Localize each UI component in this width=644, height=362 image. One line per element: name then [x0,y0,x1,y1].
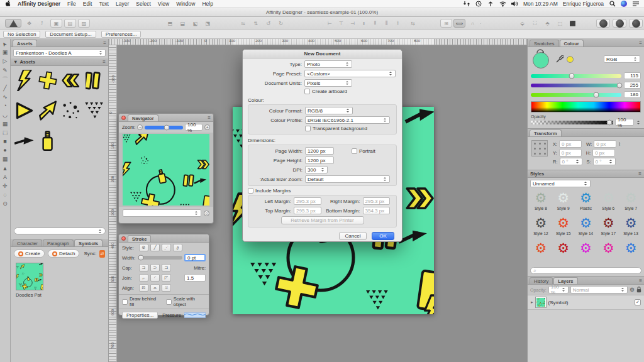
opacity-value-field[interactable]: 100 % [615,119,634,126]
zoom-in-button[interactable]: + [204,124,210,130]
horizontal-ruler[interactable]: -300-200 -1000 100200 300400 500600 7008… [109,39,527,45]
navigator-view-select[interactable] [123,209,201,217]
distribute-v-button[interactable]: ⇆ [408,19,418,28]
align-centre-button[interactable]: ⊡ [139,284,148,292]
left-margin-field[interactable]: 295.3 px [294,197,321,205]
tab-symbols[interactable]: Symbols [74,239,103,246]
transparent-background-checkbox[interactable] [305,126,311,131]
panel-menu-icon[interactable]: ≡ [639,40,642,46]
rounded-rect-tool-icon[interactable]: ▦ [3,156,8,163]
draw-persona-button[interactable] [5,19,21,28]
asset-lightning[interactable] [13,70,36,91]
tab-paragraph[interactable]: Paragraph [43,239,74,246]
fill-tool-icon[interactable]: ◔ [3,103,6,109]
pressure-profile-widget[interactable] [184,312,206,319]
styles-preset-select[interactable]: Unnamed [530,180,591,187]
red-value-field[interactable]: 115 [624,72,641,79]
brush-tool-icon[interactable]: ∿ [3,94,8,101]
transparency-tool-icon[interactable]: ◡ [3,112,8,119]
triangle-tool-icon[interactable]: ▲ [3,166,8,172]
order-back-button[interactable]: ⬔ [203,19,213,28]
stroke-properties-button[interactable]: Properties... [122,312,158,319]
green-value-field[interactable]: 255 [624,82,641,89]
blend-mode-select[interactable]: Normal [570,286,628,293]
style-item[interactable]: ⚙Style 15 [552,216,575,239]
panel-menu-icon[interactable]: ≡ [208,115,211,121]
link-dimensions-icon[interactable]: ⌇ [618,141,621,147]
style-item[interactable]: ⚙Style 6 [597,190,619,214]
share-button[interactable]: ⤴ [36,19,47,28]
rotate-cw-button[interactable]: ↻ [275,19,286,28]
cap-round-button[interactable]: ⊃ [150,264,160,272]
asset-arrow-up-right[interactable] [36,100,60,121]
pencil-tool-icon[interactable]: ╱ [3,85,6,92]
assets-search-input[interactable] [14,228,106,234]
draw-behind-checkbox[interactable] [122,299,128,305]
snap-grid-button[interactable]: ⊞ [440,19,452,28]
order-backward-button[interactable]: ⬕ [190,19,201,28]
place-image-tool-icon[interactable]: ▦ [3,121,8,128]
align-middle-button[interactable]: ⫴ [370,19,380,28]
order-front-button[interactable]: ⬒ [165,19,175,28]
blue-slider[interactable] [531,93,621,97]
style-item[interactable]: ⚙Plastic [575,190,597,214]
document-units-select[interactable]: Pixels [304,79,352,87]
crop-tool-icon[interactable]: ⬚ [3,130,8,136]
style-item[interactable]: ⚙ [619,241,642,265]
panel-menu-icon[interactable]: ≡ [103,40,106,46]
asset-triangles[interactable] [82,100,106,121]
window-title-bar[interactable]: Affinity Designer - seamless-example-01 … [0,8,644,17]
align-inside-button[interactable]: ⌯ [150,284,160,292]
stroke-none-button[interactable]: ⊘ [139,244,148,251]
join-round-button[interactable]: ◜ [150,274,160,282]
zoom-out-button[interactable]: − [137,124,143,130]
colour-profile-select[interactable]: sRGB IEC61966-2.1 [305,116,390,124]
cap-square-button[interactable]: ⊐ [162,264,171,272]
export-persona-button[interactable] [629,19,643,28]
distribute-h-button[interactable]: ⫲ [392,19,403,28]
fill-colour-circle[interactable] [533,52,549,69]
rotate-colours-icon[interactable] [536,48,544,53]
menu-user[interactable]: Enrique Figueroa [563,1,604,7]
tab-character[interactable]: Character [13,239,42,246]
menu-file[interactable]: File [67,1,76,7]
rectangle-tool-icon[interactable]: ■ [3,139,6,145]
cancel-button[interactable]: Cancel [339,232,367,240]
w-field[interactable]: 0 px [594,140,616,148]
ellipse-tool-icon[interactable]: ● [3,148,6,154]
navigator-header[interactable]: Navigator ≡ [119,114,213,122]
navigator-tab[interactable]: Navigator [128,114,158,121]
dpi-field[interactable]: 300 [305,166,328,173]
move-tool-icon[interactable]: ➤ [1,40,9,48]
menu-edit[interactable]: Edit [83,1,92,7]
rotation-field[interactable]: 0 ° [560,158,582,165]
right-margin-field[interactable]: 295.3 px [363,197,391,205]
wifi-icon[interactable] [499,1,506,7]
order-forward-button[interactable]: ⬓ [177,19,188,28]
page-height-field[interactable]: 1200 px [305,156,334,164]
layer-visibility-checkbox[interactable]: ✓ [635,299,641,305]
page-preset-select[interactable]: <Custom> [304,70,396,77]
style-item[interactable]: ⚙Style 9 [552,190,575,214]
bottom-margin-field[interactable]: 354.3 px [363,207,391,214]
menu-clock[interactable]: Mon 10:29 AM [523,1,558,7]
close-icon[interactable] [121,236,126,241]
style-item[interactable]: ⚙Style 7 [619,190,642,214]
cap-butt-button[interactable]: ⊐ [139,264,148,272]
stroke-tab[interactable]: Stroke [128,235,151,242]
colour-mode-select[interactable]: RGB [604,55,640,63]
snap-options-arrow[interactable]: · [478,19,483,28]
shear-field[interactable]: 0 ° [593,158,616,165]
convert-button-5[interactable]: ⬛ [567,19,578,28]
active-colour-well[interactable] [531,50,553,69]
volume-icon[interactable] [511,1,518,7]
blue-value-field[interactable]: 186 [624,91,641,98]
style-item[interactable]: ⚙ [597,241,619,265]
page-width-field[interactable]: 1200 px [305,147,334,155]
align-bottom-button[interactable]: ⫼ [381,19,392,28]
align-left-button[interactable]: ⊢ [325,19,335,28]
tab-swatches[interactable]: Swatches [530,40,559,47]
detach-symbol-button[interactable]: Detach [48,250,79,258]
opacity-slider[interactable] [531,121,613,124]
zoom-tool-icon[interactable]: ⊙ [3,201,8,207]
